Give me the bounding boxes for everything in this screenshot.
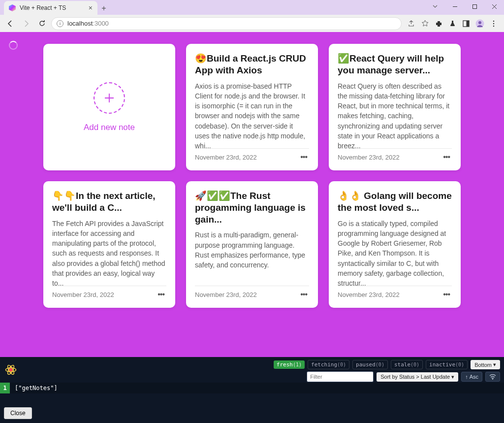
tab-bar: Vite + React + TS × + — [0, 0, 504, 15]
notes-grid: Add new note 😍Build a React.js CRUD App … — [0, 32, 504, 320]
note-title: 😍Build a React.js CRUD App with Axios — [195, 53, 309, 76]
svg-point-7 — [493, 25, 494, 26]
add-note-label: Add new note — [84, 123, 135, 132]
note-title: 👇👇In the next article, we'll build a C..… — [52, 190, 166, 214]
note-menu-icon[interactable]: ••• — [156, 290, 166, 299]
note-menu-icon[interactable]: ••• — [441, 290, 452, 299]
share-icon[interactable] — [405, 17, 417, 30]
query-count-badge: 1 — [0, 383, 10, 393]
site-info-icon[interactable]: i — [57, 20, 63, 27]
url-host: localhost — [67, 20, 93, 27]
chevron-down-icon: ▾ — [493, 361, 496, 368]
app-viewport: Add new note 😍Build a React.js CRUD App … — [0, 32, 504, 357]
svg-point-5 — [493, 20, 494, 21]
note-card: ✅React Query will help you manage server… — [329, 44, 461, 170]
bookmark-star-icon[interactable] — [418, 17, 431, 30]
wifi-icon — [489, 374, 496, 380]
extension-icon[interactable] — [432, 17, 445, 30]
note-body: React Query is often described as the mi… — [338, 81, 452, 149]
sort-button[interactable]: Sort by Status > Last Update ▾ — [377, 372, 458, 382]
forward-button[interactable] — [20, 17, 32, 30]
svg-point-12 — [492, 379, 493, 380]
note-body: The Fetch API provides a JavaScript inte… — [52, 219, 166, 286]
status-pill-fresh[interactable]: fresh(1) — [274, 360, 305, 369]
close-window-button[interactable] — [484, 0, 504, 13]
tab-title: Vite + React + TS — [20, 4, 66, 11]
minimize-button[interactable] — [445, 0, 465, 13]
status-pill-stale[interactable]: stale(0) — [391, 360, 423, 369]
note-date: November 23rd, 2022 — [52, 291, 114, 298]
devtools-close-area: Close — [4, 407, 500, 419]
devtools-toolbar: fresh(1) fetching(0) paused(0) stale(0) … — [0, 357, 504, 383]
note-card: 👇👇In the next article, we'll build a C..… — [43, 181, 175, 308]
note-body: Rust is a multi-paradigm, general-purpos… — [195, 230, 309, 286]
note-card: 🚀✅✅The Rust progamming language is gain.… — [186, 181, 318, 308]
window-chevron-icon[interactable] — [425, 0, 445, 13]
note-menu-icon[interactable]: ••• — [298, 153, 309, 162]
note-date: November 23rd, 2022 — [195, 291, 257, 298]
browser-tab[interactable]: Vite + React + TS × — [4, 1, 97, 15]
svg-point-6 — [493, 23, 494, 24]
close-tab-icon[interactable]: × — [89, 4, 93, 12]
menu-icon[interactable] — [487, 17, 500, 30]
note-footer: November 23rd, 2022 ••• — [338, 148, 452, 162]
note-date: November 23rd, 2022 — [338, 154, 400, 161]
asc-button[interactable]: ↑ Asc — [461, 372, 482, 382]
loading-spinner-icon — [9, 41, 18, 50]
note-title: 🚀✅✅The Rust progamming language is gain.… — [195, 190, 309, 225]
react-query-devtools: fresh(1) fetching(0) paused(0) stale(0) … — [0, 357, 504, 423]
flask-icon[interactable] — [446, 17, 459, 30]
note-menu-icon[interactable]: ••• — [441, 153, 452, 162]
add-note-card[interactable]: Add new note — [43, 44, 175, 170]
url-port: :3000 — [93, 20, 109, 27]
note-footer: November 23rd, 2022 ••• — [195, 148, 309, 162]
note-body: Go is a statically typed, compiled progr… — [338, 219, 452, 286]
note-title: ✅React Query will help you manage server… — [338, 53, 452, 76]
back-button[interactable] — [4, 17, 17, 30]
status-pill-fetching[interactable]: fetching(0) — [308, 360, 349, 369]
note-menu-icon[interactable]: ••• — [298, 290, 309, 299]
position-button[interactable]: Bottom ▾ — [471, 360, 500, 369]
svg-rect-2 — [467, 21, 470, 27]
note-body: Axios is a promise-based HTTP Client for… — [195, 81, 309, 149]
note-date: November 23rd, 2022 — [338, 291, 400, 298]
browser-chrome: Vite + React + TS × + — [0, 0, 504, 32]
note-footer: November 23rd, 2022 ••• — [52, 286, 166, 299]
plus-circle-icon — [94, 82, 125, 114]
svg-point-4 — [478, 21, 481, 24]
maximize-button[interactable] — [465, 0, 484, 13]
reading-list-icon[interactable] — [460, 17, 472, 30]
note-card: 👌👌 Golang will become the most loved s..… — [329, 181, 461, 308]
note-footer: November 23rd, 2022 ••• — [195, 286, 309, 299]
new-tab-button[interactable]: + — [97, 2, 110, 15]
chevron-down-icon: ▾ — [451, 374, 454, 380]
query-row[interactable]: 1 ["getNotes"] — [0, 383, 504, 393]
toolbar-icons — [405, 17, 500, 30]
query-key: ["getNotes"] — [10, 385, 58, 391]
devtools-controls: fresh(1) fetching(0) paused(0) stale(0) … — [274, 360, 500, 382]
note-footer: November 23rd, 2022 ••• — [338, 286, 452, 299]
reload-button[interactable] — [35, 17, 48, 30]
react-query-logo-icon — [4, 363, 18, 377]
svg-point-8 — [9, 368, 13, 372]
wifi-button[interactable] — [485, 372, 500, 382]
arrow-up-icon: ↑ — [465, 374, 468, 380]
note-date: November 23rd, 2022 — [195, 154, 257, 161]
status-pill-paused[interactable]: paused(0) — [352, 360, 388, 369]
note-title: 👌👌 Golang will become the most loved s..… — [338, 190, 452, 214]
filter-input[interactable] — [307, 371, 374, 382]
note-card: 😍Build a React.js CRUD App with Axios Ax… — [186, 44, 318, 170]
url-input[interactable]: i localhost:3000 — [51, 17, 402, 30]
profile-icon[interactable] — [473, 17, 486, 30]
svg-rect-0 — [472, 4, 476, 8]
close-devtools-button[interactable]: Close — [4, 407, 32, 419]
vite-favicon — [9, 4, 16, 11]
window-controls — [425, 0, 504, 13]
address-bar: i localhost:3000 — [0, 15, 504, 32]
status-pill-inactive[interactable]: inactive(0) — [426, 360, 468, 369]
